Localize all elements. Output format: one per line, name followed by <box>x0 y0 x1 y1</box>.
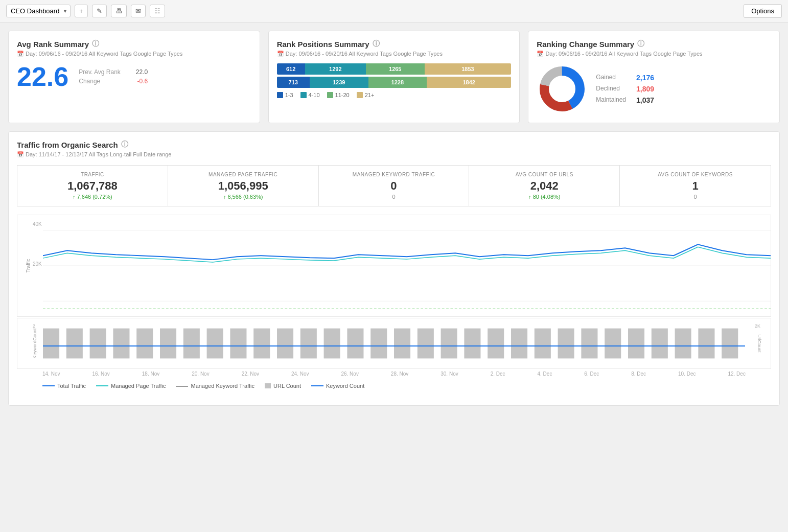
svg-rect-36 <box>675 329 691 359</box>
svg-rect-28 <box>488 329 504 359</box>
legend-url-count: URL Count <box>265 383 301 389</box>
bar-legend: 1-3 4-10 11-20 21+ <box>277 92 512 98</box>
svg-rect-21 <box>324 329 340 359</box>
legend-keyword-count: Keyword Count <box>311 383 364 389</box>
svg-rect-22 <box>347 329 363 359</box>
traffic-chart-area: ☰ Traffic 40K 20K <box>17 215 771 393</box>
print-button[interactable]: 🖶 <box>111 5 127 17</box>
svg-rect-14 <box>160 329 176 359</box>
traffic-chart-svg <box>43 215 771 316</box>
svg-rect-13 <box>136 329 153 359</box>
rank-positions-card: Rank Positions Summary ⓘ 📅 Day: 09/06/16… <box>268 31 520 123</box>
svg-rect-29 <box>511 329 527 359</box>
rank-positions-title-text: Rank Positions Summary <box>277 40 369 49</box>
calendar-icon-2: 📅 <box>277 51 284 57</box>
legend-21plus: 21+ <box>357 92 375 98</box>
legend-managed-keyword-traffic: Managed Keyword Traffic <box>176 383 254 389</box>
svg-rect-16 <box>207 329 223 359</box>
svg-rect-31 <box>558 329 574 359</box>
svg-rect-19 <box>277 329 293 359</box>
legend-11-20: 11-20 <box>327 92 350 98</box>
bar-seg-1-3: 1265 <box>366 63 425 75</box>
svg-point-4 <box>550 77 574 101</box>
ranking-stats: Gained 2,176 Declined 1,809 Maintained 1… <box>596 74 654 104</box>
y-40k: 40K <box>33 221 42 227</box>
add-button[interactable]: + <box>75 5 88 17</box>
declined-row: Declined 1,809 <box>596 85 654 93</box>
svg-rect-24 <box>394 329 410 359</box>
bar-seg-2-3: 1228 <box>368 77 427 88</box>
svg-rect-20 <box>300 329 317 359</box>
svg-rect-32 <box>581 329 597 359</box>
maintained-row: Maintained 1,037 <box>596 96 654 104</box>
avg-rank-title-text: Avg Rank Summary <box>17 40 89 49</box>
avg-rank-value: 22.6 <box>17 63 68 90</box>
traffic-subtitle: 📅 Day: 11/14/17 - 12/13/17 All Tags Long… <box>17 151 771 158</box>
avg-rank-title: Avg Rank Summary ⓘ <box>17 39 251 49</box>
svg-rect-11 <box>90 329 106 359</box>
dashboard-select[interactable]: CEO Dashboard <box>6 5 71 17</box>
metric-managed-keyword: MANAGED KEYWORD TRAFFIC 0 0 <box>319 166 470 206</box>
svg-rect-35 <box>652 329 668 359</box>
svg-rect-27 <box>464 329 480 359</box>
bar-seg-1-4: 1853 <box>425 63 512 75</box>
ranking-change-card: Ranking Change Summary ⓘ 📅 Day: 09/06/16… <box>528 31 780 123</box>
svg-rect-18 <box>253 329 270 359</box>
legend-4-10: 4-10 <box>300 92 320 98</box>
svg-rect-12 <box>113 329 129 359</box>
svg-rect-10 <box>66 329 83 359</box>
ranking-change-title: Ranking Change Summary ⓘ <box>537 39 771 49</box>
rank-positions-subtitle: 📅 Day: 09/06/16 - 09/20/16 All Keyword T… <box>277 51 512 57</box>
calendar-icon-4: 📅 <box>17 151 24 157</box>
bar-seg-1-2: 1292 <box>305 63 366 75</box>
svg-rect-34 <box>628 329 644 359</box>
share-button[interactable]: ☷ <box>150 5 165 17</box>
ranking-change-subtitle: 📅 Day: 09/06/16 - 09/20/16 All Keyword T… <box>537 51 771 57</box>
keyword-y-label: KeywordCount <box>32 328 37 358</box>
y-20k: 20K <box>33 261 42 267</box>
ranking-body: Gained 2,176 Declined 1,809 Maintained 1… <box>537 63 771 114</box>
ranking-change-title-text: Ranking Change Summary <box>537 40 634 49</box>
options-button[interactable]: Options <box>744 4 782 18</box>
bar-seg-2-4: 1842 <box>427 77 511 88</box>
calendar-icon: 📅 <box>17 51 24 57</box>
svg-rect-15 <box>183 329 200 359</box>
bar-seg-2-1: 713 <box>277 77 310 88</box>
dashboard-select-wrapper[interactable]: CEO Dashboard <box>6 5 71 17</box>
email-button[interactable]: ✉ <box>131 5 146 17</box>
gained-row: Gained 2,176 <box>596 74 654 82</box>
summary-cards: Avg Rank Summary ⓘ 📅 Day: 09/06/16 - 09/… <box>8 31 780 123</box>
legend-total-traffic: Total Traffic <box>42 383 86 389</box>
edit-button[interactable]: ✎ <box>92 5 107 17</box>
avg-rank-help-icon[interactable]: ⓘ <box>92 39 99 49</box>
svg-rect-25 <box>418 329 434 359</box>
url-y-label: UrlCount <box>757 334 762 353</box>
traffic-title-text: Traffic from Organic Search <box>17 141 118 149</box>
traffic-help-icon[interactable]: ⓘ <box>121 140 128 149</box>
svg-rect-23 <box>370 329 387 359</box>
keyword-y-2: 2 <box>33 323 35 329</box>
metric-traffic: TRAFFIC 1,067,788 ↑ 7,646 (0.72%) <box>17 166 168 206</box>
rank-positions-help-icon[interactable]: ⓘ <box>373 39 380 49</box>
bar-seg-1-1: 612 <box>277 63 305 75</box>
chart-legend: Total Traffic Managed Page Traffic Manag… <box>17 379 771 393</box>
stacked-bars: 612 1292 1265 1853 713 1239 1228 1842 <box>277 63 512 88</box>
toolbar: CEO Dashboard + ✎ 🖶 ✉ ☷ Options <box>0 0 788 22</box>
avg-rank-body: 22.6 Prev. Avg Rank 22.0 Change -0.6 <box>17 63 251 90</box>
metric-keyword-count: AVG COUNT OF KEYWORDS 1 0 <box>620 166 771 206</box>
traffic-y-label: Traffic <box>26 259 31 272</box>
calendar-icon-3: 📅 <box>537 51 544 57</box>
metric-url-count: AVG COUNT OF URLS 2,042 ↑ 80 (4.08%) <box>469 166 620 206</box>
main-content: Avg Rank Summary ⓘ 📅 Day: 09/06/16 - 09/… <box>0 22 788 414</box>
traffic-section: Traffic from Organic Search ⓘ 📅 Day: 11/… <box>8 131 780 406</box>
svg-rect-17 <box>230 329 246 359</box>
avg-rank-subtitle: 📅 Day: 09/06/16 - 09/20/16 All Keyword T… <box>17 51 251 57</box>
url-y-2k: 2K <box>755 323 760 329</box>
ranking-change-help-icon[interactable]: ⓘ <box>637 39 644 49</box>
bottom-chart-svg <box>43 318 745 368</box>
rank-positions-title: Rank Positions Summary ⓘ <box>277 39 512 49</box>
bar-row-2: 713 1239 1228 1842 <box>277 77 512 88</box>
traffic-title: Traffic from Organic Search ⓘ <box>17 140 771 149</box>
svg-rect-38 <box>722 329 738 359</box>
prev-rank-row: Prev. Avg Rank 22.0 <box>79 68 148 76</box>
